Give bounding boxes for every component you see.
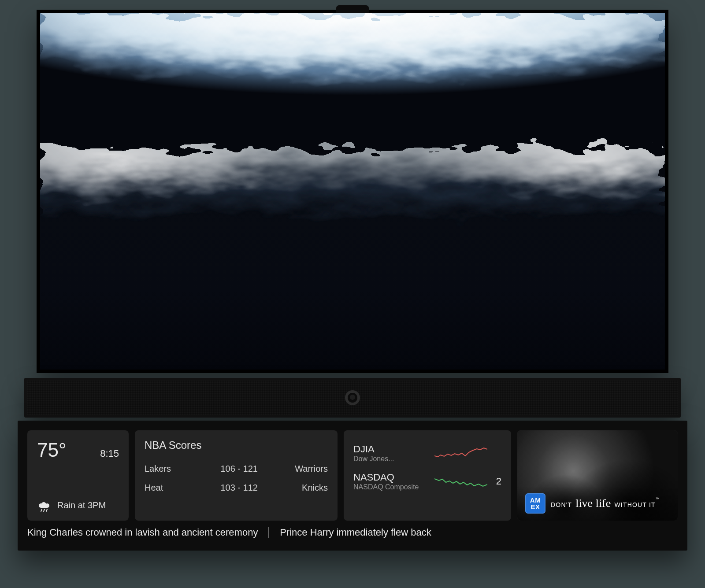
ad-overlay: AM EX DON'T live life WITHOUT IT™: [517, 486, 678, 521]
scores-card[interactable]: NBA Scores Lakers 106 - 121 Warriors Hea…: [135, 430, 338, 521]
score-team1: Heat: [145, 483, 210, 493]
soundbar: [24, 378, 681, 418]
ad-tagline-prefix: DON'T: [551, 501, 574, 508]
ticker-item: King Charles crowned in lavish and ancie…: [27, 527, 258, 538]
ad-card[interactable]: AM EX DON'T live life WITHOUT IT™: [517, 430, 678, 521]
sparkline-icon: [434, 473, 487, 489]
tv-camera-nub: [336, 5, 369, 13]
score-team2: Knicks: [269, 483, 328, 493]
ad-tagline-suffix: WITHOUT IT: [612, 501, 656, 508]
scores-title: NBA Scores: [145, 439, 328, 451]
news-ticker[interactable]: King Charles crowned in lavish and ancie…: [27, 527, 678, 538]
score-value: 103 - 112: [210, 483, 269, 493]
ad-tagline: DON'T live life WITHOUT IT™: [551, 497, 660, 510]
stock-value-preview: 2: [494, 476, 501, 487]
score-value: 106 - 121: [210, 464, 269, 474]
stock-name: Dow Jones...: [353, 455, 428, 463]
sparkline-icon: [434, 445, 487, 461]
weather-card[interactable]: 75° 8:15 Rain at 3PM: [27, 430, 129, 521]
svg-line-2: [46, 509, 47, 511]
wallpaper-crest: [40, 148, 665, 248]
stock-symbol: NASDAQ: [353, 472, 428, 483]
trademark-icon: ™: [656, 497, 660, 501]
smart-bar: 75° 8:15 Rain at 3PM: [18, 421, 687, 551]
stock-row: DJIA Dow Jones...: [353, 439, 501, 467]
weather-time: 8:15: [100, 448, 119, 459]
ticker-item: Prince Harry immediately flew back: [280, 527, 431, 538]
stock-name: NASDAQ Composite: [353, 483, 428, 491]
stocks-card[interactable]: DJIA Dow Jones... NASDAQ NASDAQ Composit…: [344, 430, 511, 521]
score-team1: Lakers: [145, 464, 210, 474]
ad-tagline-accent: live life: [574, 497, 612, 510]
tv-screen: [40, 13, 665, 370]
svg-line-0: [41, 509, 42, 511]
stock-symbol: DJIA: [353, 444, 428, 455]
ticker-separator-icon: │: [266, 527, 272, 538]
svg-line-1: [44, 509, 45, 511]
tv-bezel: [37, 10, 668, 373]
stock-row: NASDAQ NASDAQ Composite 2: [353, 467, 501, 496]
score-row: Lakers 106 - 121 Warriors: [145, 459, 328, 478]
rain-cloud-icon: [37, 499, 51, 512]
score-row: Heat 103 - 112 Knicks: [145, 478, 328, 497]
score-team2: Warriors: [269, 464, 328, 474]
weather-temperature: 75°: [37, 439, 67, 461]
amex-logo-icon: AM EX: [525, 493, 545, 514]
weather-summary: Rain at 3PM: [57, 500, 106, 510]
